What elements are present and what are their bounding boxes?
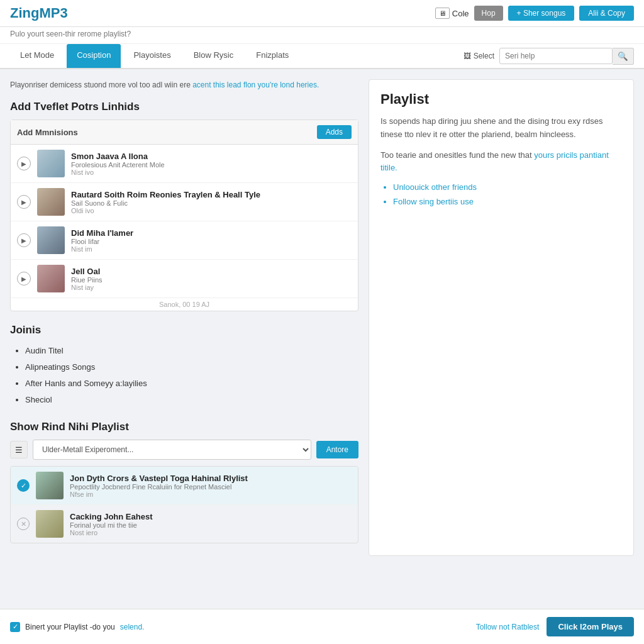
playlist-title: Playlist [380,91,622,108]
list-item: Sheciol [25,392,358,408]
song-time: Oldi ivo [71,207,352,214]
logo: ZingMP3 [10,5,68,21]
song-time: Nist im [71,245,352,253]
list-item: Alipneatings Songs [25,359,358,375]
list-item: ▶ Jell Oal Riue Piins Nist iay [11,260,358,298]
add-section-title: Add Tveflet Potrs Linhids [10,101,358,113]
song-info: Smon Jaava A Ilona Forolesious Anit Acte… [71,152,352,176]
song-thumbnail [36,472,64,499]
user-icon: 🖥 [435,8,450,19]
playlist-item-time: Nost iero [70,529,352,536]
right-panel: Playlist Is sopends hap diring juu shene… [369,79,634,556]
list-item: ▶ Did Miha I'lamer Flooi Iifar Nist im [11,221,358,260]
song-thumbnail [36,510,64,538]
tab-let-mode[interactable]: Let Mode [10,44,64,68]
x-icon[interactable]: ✕ [17,518,30,530]
playlist-item-desc: Forinal youl mi the tiie [70,521,352,529]
song-title: Smon Jaava A Ilona [71,152,352,161]
joins-title: Joinis [10,324,358,336]
subtitle-bar: Pulo yourt seen-thir rerome playlist? [0,27,644,44]
playlist-item-info: Jon Dyth Crors & Vastepl Toga Hahinal Rl… [70,474,352,498]
right-panel-list: Unloouick other friends Follow sing bert… [380,182,622,206]
list-icon: ☰ [15,445,23,455]
adds-button[interactable]: Adds [317,125,352,139]
list-item: ✕ Cacking John Eahest Forinal youl mi th… [11,505,358,543]
nav-tabs: Let Mode Cosiption Playoistes Blow Rysic… [10,44,299,68]
left-panel: Playonriser demicess stuond more vol too… [10,79,369,556]
song-artist: Forolesious Anit Acterent Mole [71,161,352,169]
play-button[interactable]: ▶ [17,233,31,247]
joins-section: Joinis Audin Titel Alipneatings Songs Af… [10,324,358,408]
list-item: After Hanls and Someyy a:layilies [25,375,358,392]
song-artist: Flooi Iifar [71,238,352,245]
play-button[interactable]: ▶ [17,157,31,170]
subtitle-text: Pulo yourt seen-thir rerome playlist? [10,30,131,38]
song-title: Rautard Soith Roim Reonies Traylen & Hea… [71,190,352,199]
intro-link[interactable]: acent this lead flon you're lond heries. [192,80,319,89]
list-item: ▶ Smon Jaava A Ilona Forolesious Anit Ac… [11,145,358,183]
nav-bar: Let Mode Cosiption Playoistes Blow Rysic… [0,44,644,69]
song-list: ▶ Smon Jaava A Ilona Forolesious Anit Ac… [11,145,358,298]
list-item: ▶ Rautard Soith Roim Reonies Traylen & H… [11,183,358,221]
song-artist: Riue Piins [71,276,352,284]
play-button[interactable]: ▶ [17,272,31,286]
select-icon: 🖼 [464,52,471,60]
header: ZingMP3 🖥 Cole Hop + Sher songus Alii & … [0,0,644,27]
right-link-1[interactable]: Unloouick other friends [393,182,477,192]
show-controls: ☰ Ulder-Metall Exiperoment... Antore [10,440,358,460]
sher-button[interactable]: + Sher songus [508,6,575,21]
ali-button[interactable]: Alii & Copy [579,6,634,21]
song-title: Jell Oal [71,267,352,276]
user-name: 🖥 Cole [435,8,469,19]
playlist-item-time: Nfse im [70,491,352,498]
playlist-para2: Too tearie and onesitles fund the new th… [380,149,622,175]
add-header-title: Add Mmnisions [17,128,78,137]
check-icon[interactable]: ✓ [17,479,30,492]
tab-cosiption[interactable]: Cosiption [67,44,121,68]
playlist-dropdown[interactable]: Ulder-Metall Exiperoment... [33,440,311,460]
intro-text: Playonriser demicess stuond more vol too… [10,79,358,91]
tab-playoistes[interactable]: Playoistes [123,44,180,68]
song-info: Did Miha I'lamer Flooi Iifar Nist im [71,228,352,253]
list-item: ✓ Jon Dyth Crors & Vastepl Toga Hahinal … [11,467,358,505]
song-title: Did Miha I'lamer [71,228,352,238]
song-thumbnail [37,188,65,216]
antore-button[interactable]: Antore [316,441,358,458]
select-button[interactable]: 🖼 Select [464,52,494,60]
show-section: Show Rind Nihi Playlist ☰ Ulder-Metall E… [10,421,358,543]
playlist-item-info: Cacking John Eahest Forinal youl mi the … [70,512,352,536]
song-thumbnail [37,265,65,292]
tab-fnizplats[interactable]: Fnizplats [246,44,299,68]
song-time: Nist ivo [71,169,352,176]
playlist-item-desc: Pepoctlity Jocbnerd Fine Rcaluiin for Re… [70,483,352,491]
playlist-item-title: Jon Dyth Crors & Vastepl Toga Hahinal Rl… [70,474,352,483]
search-button[interactable]: 🔍 [613,48,634,65]
show-section-title: Show Rind Nihi Playlist [10,421,358,433]
header-right: 🖥 Cole Hop + Sher songus Alii & Copy [435,6,634,21]
song-info: Rautard Soith Roim Reonies Traylen & Hea… [71,190,352,214]
song-thumbnail [37,226,65,254]
right-link-2[interactable]: Follow sing bertiis use [393,197,474,206]
joins-list: Audin Titel Alipneatings Songs After Han… [10,343,358,408]
playlist-item-title: Cacking John Eahest [70,512,352,521]
playlist-para1: Is sopends hap diring juu shene and the … [380,115,622,142]
hop-button[interactable]: Hop [474,6,503,21]
song-thumbnail [37,150,65,177]
search-container: 🔍 [499,48,634,65]
playlist-results: ✓ Jon Dyth Crors & Vastepl Toga Hahinal … [10,466,358,543]
scroll-indicator: Sanok, 00 19 AJ [11,298,358,311]
main-content: Playonriser demicess stuond more vol too… [0,69,644,566]
search-input[interactable] [499,48,613,64]
song-time: Nist iay [71,284,352,291]
song-info: Jell Oal Riue Piins Nist iay [71,267,352,291]
list-item: Audin Titel [25,343,358,359]
add-section-header: Add Mmnisions Adds [11,120,358,145]
playlist-icon: ☰ [10,441,28,458]
play-button[interactable]: ▶ [17,195,31,209]
song-artist: Sail Suono & Fulic [71,199,352,207]
tab-blow-music[interactable]: Blow Rysic [184,44,244,68]
nav-right: 🖼 Select 🔍 [464,48,634,65]
add-section: Add Mmnisions Adds ▶ Smon Jaava A Ilona … [10,119,358,311]
